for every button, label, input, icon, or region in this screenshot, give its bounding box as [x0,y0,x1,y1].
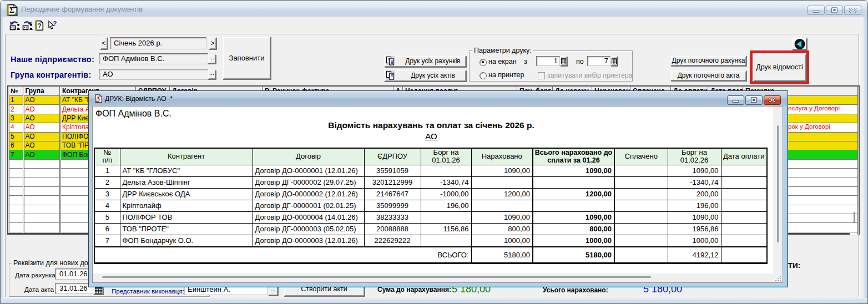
svg-text:A: A [96,95,100,102]
